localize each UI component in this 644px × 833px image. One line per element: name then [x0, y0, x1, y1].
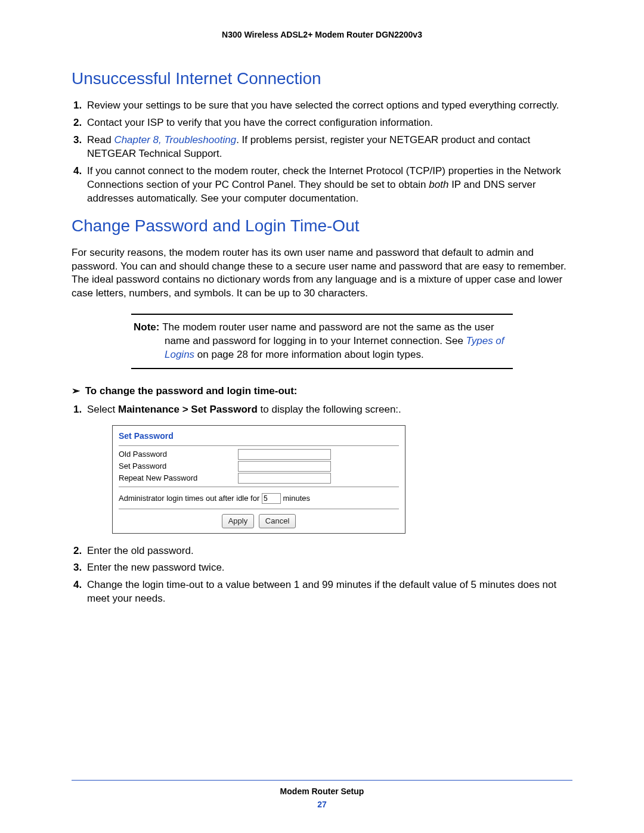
heading-change-password: Change Password and Login Time-Out — [72, 216, 572, 236]
list-item: Read Chapter 8, Troubleshooting. If prob… — [85, 134, 572, 161]
list-item: If you cannot connect to the modem route… — [85, 165, 572, 206]
idle-timeout-label-pre: Administrator login times out after idle… — [119, 494, 259, 503]
list-item: Contact your ISP to verify that you have… — [85, 116, 572, 130]
note-label: Note: — [134, 321, 162, 333]
heading-unsuccessful-connection: Unsuccessful Internet Connection — [72, 69, 572, 88]
procedure-heading: ➢ To change the password and login time-… — [72, 385, 572, 397]
divider — [119, 509, 399, 509]
text: Read — [87, 134, 114, 145]
set-password-panel: Set Password Old Password Set Password R… — [112, 425, 405, 533]
note-text: The modem router user name and password … — [162, 321, 494, 346]
menu-path: Maintenance > Set Password — [118, 404, 258, 415]
note-text: on page 28 for more information about lo… — [194, 349, 424, 360]
intro-paragraph: For security reasons, the modem router h… — [72, 246, 572, 301]
idle-timeout-input[interactable] — [262, 493, 281, 504]
list-item: Enter the new password twice. — [85, 561, 572, 575]
apply-button[interactable]: Apply — [222, 514, 255, 528]
idle-timeout-label-post: minutes — [283, 494, 311, 503]
page-number: 27 — [72, 800, 572, 809]
set-password-input[interactable] — [238, 461, 331, 472]
set-password-label: Set Password — [119, 461, 238, 472]
text-emphasis: both — [429, 179, 448, 190]
old-password-label: Old Password — [119, 449, 238, 460]
link-chapter8[interactable]: Chapter 8, Troubleshooting — [114, 134, 236, 145]
list-item: Enter the old password. — [85, 544, 572, 558]
text: to display the following screen:. — [258, 404, 401, 415]
page-footer: Modem Router Setup 27 — [72, 780, 572, 809]
footer-section-title: Modem Router Setup — [72, 786, 572, 796]
note-block: Note: The modem router user name and pas… — [131, 314, 513, 369]
divider — [72, 780, 572, 781]
list-item: Review your settings to be sure that you… — [85, 99, 572, 113]
procedure-title: To change the password and login time-ou… — [85, 385, 298, 397]
repeat-password-input[interactable] — [238, 473, 331, 484]
repeat-password-label: Repeat New Password — [119, 473, 238, 484]
list-item: Select Maintenance > Set Password to dis… — [85, 403, 572, 533]
unsuccessful-steps-list: Review your settings to be sure that you… — [85, 99, 572, 206]
procedure-steps-list: Select Maintenance > Set Password to dis… — [85, 403, 572, 606]
cancel-button[interactable]: Cancel — [259, 514, 296, 528]
divider — [119, 487, 399, 487]
divider — [119, 445, 399, 446]
text: Select — [87, 404, 118, 415]
document-header: N300 Wireless ADSL2+ Modem Router DGN220… — [72, 30, 572, 39]
old-password-input[interactable] — [238, 449, 331, 460]
arrow-icon: ➢ — [72, 385, 82, 397]
panel-title: Set Password — [113, 426, 405, 443]
divider — [131, 368, 513, 369]
list-item: Change the login time-out to a value bet… — [85, 578, 572, 606]
